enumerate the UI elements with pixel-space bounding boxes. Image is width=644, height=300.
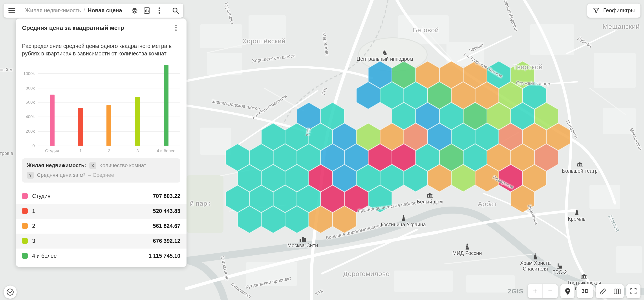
layers-button[interactable] (129, 5, 140, 16)
map-label-street: ТТК (314, 288, 324, 297)
x-field-label: Количество комнат (100, 162, 146, 168)
dataset-name: Жилая недвижимость: (27, 162, 86, 168)
map-label-river: Москва (607, 214, 621, 233)
map-label-poi: Белый дом (417, 193, 443, 205)
y-axis-chip: Y (27, 172, 34, 178)
menu-button[interactable] (4, 4, 20, 18)
map-label-district: Тверской (513, 63, 542, 70)
layers-icon (131, 7, 138, 14)
legend-row[interactable]: 1520 443.83 (16, 204, 186, 218)
bar-chart: 0200k400k600k800k1000k Студия1234 и боле… (22, 64, 180, 153)
chart-bar-slot (66, 64, 95, 146)
map-label-street: Кутузовский проспект (245, 275, 292, 290)
poi-label: Большой театр (562, 168, 598, 174)
breadcrumb-section[interactable]: Жилая недвижимость (25, 8, 81, 14)
ruler-button[interactable] (596, 284, 610, 298)
collapse-panel-button[interactable] (4, 286, 17, 299)
locate-button[interactable] (560, 284, 574, 298)
chart-bars (38, 64, 180, 146)
breadcrumb-current[interactable]: Новая сцена (88, 8, 122, 14)
chart-x-axis: Студия1234 и более (38, 146, 180, 153)
map-label-street: Звенигородское шоссе (211, 98, 260, 111)
tower-icon (402, 215, 405, 221)
legend-label: 1 (32, 208, 148, 214)
geofilters-label: Геофильтры (603, 8, 635, 14)
chart-widget-icon (144, 7, 150, 14)
poi-label: Белый дом (417, 199, 443, 205)
poi-label: Храм Христа Спасителя (520, 260, 551, 272)
zoom-out-button[interactable]: − (543, 284, 558, 298)
map-label-street: Маргелова (322, 32, 330, 56)
chart-xtick-label: 2 (95, 148, 124, 153)
poi-label: МИД России (452, 250, 482, 256)
map-label-street: Мясницкая (628, 127, 643, 151)
widget-menu-button[interactable] (172, 23, 180, 32)
map-attribution: 2GIS (508, 287, 524, 295)
map-label-district: Беговой (413, 26, 439, 34)
chart-ytick-label: 800k (26, 85, 35, 90)
chart-bar-1[interactable] (50, 94, 54, 146)
map-label-street: Лесная (468, 42, 484, 54)
map-label-street: ТТК (305, 127, 312, 136)
map-label-street: Большая Дорогомиловская (325, 222, 384, 240)
poi-label: ГЭС-2 (552, 270, 567, 275)
map-legend-button[interactable] (610, 284, 624, 298)
more-button[interactable] (154, 5, 165, 16)
fullscreen-button[interactable] (626, 284, 640, 298)
map-label-street: Оружейный пер (516, 80, 550, 86)
building-icon (581, 274, 588, 279)
chart-xtick-label: 4 и более (152, 148, 180, 153)
chart-bar-4[interactable] (135, 97, 140, 146)
map-label-street: ный м (0, 67, 12, 72)
chart-ytick-label: 0 (32, 143, 35, 148)
measure-legend-control (596, 284, 624, 298)
fullscreen-icon (630, 288, 636, 294)
map-label-poi: МИД России (452, 244, 482, 256)
3d-mode-button[interactable]: 3D (577, 284, 593, 298)
map-label-street: Багратиона (220, 256, 230, 281)
map-label-poi: Москва-Сити (287, 236, 318, 248)
chart-bar-3[interactable] (107, 105, 112, 146)
legend-row[interactable]: 4 и более1 115 745.10 (16, 248, 186, 263)
toolbar-icons (127, 4, 167, 18)
funnel-icon (593, 8, 600, 14)
zoom-in-button[interactable]: + (528, 284, 543, 298)
y-aggregation-label: – Среднее (88, 172, 114, 178)
legend-swatch (22, 238, 28, 244)
chart-legend: Студия707 803.221520 443.832561 824.6736… (16, 188, 186, 267)
map-label-poi: Храм Христа Спасителя (520, 253, 551, 272)
map-label-poi: Большой театр (562, 162, 598, 174)
widgets-button[interactable] (142, 5, 152, 16)
chart-bar-slot (95, 64, 124, 146)
chart-bar-2[interactable] (78, 108, 83, 146)
legend-swatch (22, 223, 28, 229)
map-label-street: Хорошёвское шоссе (252, 53, 296, 63)
geofilters-button[interactable]: Геофильтры (588, 4, 640, 18)
map-label-street: Куусинена (224, 2, 236, 25)
ruler-icon (599, 288, 606, 295)
map-label-poi: Кремль (568, 209, 586, 222)
chart-ytick-label: 1000k (23, 71, 35, 76)
chart-xtick-label: 3 (124, 148, 152, 153)
map-label-district: Арбат (478, 200, 497, 208)
legend-row[interactable]: 3676 392.12 (16, 233, 186, 248)
chart-bar-slot (38, 64, 66, 146)
legend-value: 520 443.83 (153, 208, 180, 214)
hamburger-icon (8, 8, 15, 14)
map-label-street: Новослободская (502, 0, 519, 32)
kebab-icon (158, 7, 160, 14)
widget-description: Распределение средней цены одного квадра… (16, 38, 186, 60)
map-label-poi: Гостиница Украина (381, 215, 426, 228)
legend-row[interactable]: Студия707 803.22 (16, 188, 186, 204)
map-label-district: Мещанский (603, 23, 640, 30)
search-button[interactable] (167, 4, 184, 18)
tower-icon (575, 209, 579, 215)
map-label-poi: ГЭС-2 (552, 263, 567, 275)
legend-label: 4 и более (32, 253, 144, 259)
dataset-info: Жилая недвижимость: X Количество комнат … (22, 158, 180, 182)
chart-bar-5[interactable] (164, 65, 168, 146)
legend-label: Студия (32, 193, 148, 199)
legend-value: 676 392.12 (153, 238, 180, 244)
legend-row[interactable]: 2561 824.67 (16, 218, 186, 233)
folded-map-icon (614, 288, 620, 294)
